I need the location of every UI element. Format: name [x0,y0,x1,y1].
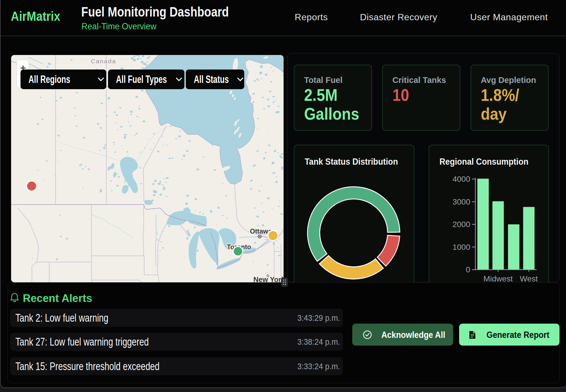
svg-text:Midwest: Midwest [483,274,513,282]
svg-text:1000: 1000 [453,243,470,252]
svg-text:3000: 3000 [453,197,470,206]
svg-text:West: West [520,274,538,282]
svg-text:4000: 4000 [453,175,470,183]
svg-text:2000: 2000 [453,220,470,229]
svg-text:0: 0 [466,265,470,274]
svg-text:Canada: Canada [91,58,116,64]
